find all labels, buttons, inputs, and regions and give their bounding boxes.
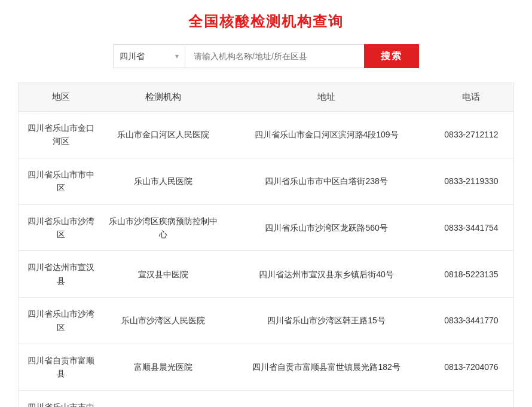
cell-phone: 0833-2422904 (429, 390, 514, 407)
table-row: 四川省自贡市富顺县富顺县晨光医院四川省自贡市富顺县富世镇晨光路182号0813-… (19, 344, 514, 390)
table-row: 四川省乐山市沙湾区乐山市沙湾区疾病预防控制中心四川省乐山市沙湾区龙跃路560号0… (19, 204, 514, 251)
table-row: 四川省乐山市市中区乐山市市中区妇幼保健院四川省乐山市市中区凤凰路中段270号08… (19, 390, 514, 407)
cell-institution: 乐山市金口河区人民医院 (103, 112, 224, 158)
province-select-wrapper: 四川省 北京市 上海市 广东省 浙江省 ▾ (113, 44, 185, 68)
cell-address: 四川省自贡市富顺县富世镇晨光路182号 (224, 344, 429, 390)
cell-phone: 0813-7204076 (429, 344, 514, 390)
col-header-phone: 电话 (429, 83, 514, 112)
cell-institution: 宣汉县中医院 (103, 251, 224, 298)
province-select[interactable]: 四川省 北京市 上海市 广东省 浙江省 (120, 51, 167, 61)
cell-institution: 乐山市人民医院 (103, 158, 224, 204)
cell-region: 四川省乐山市市中区 (19, 390, 103, 407)
cell-region: 四川省自贡市富顺县 (19, 344, 103, 390)
cell-address: 四川省乐山市沙湾区韩王路15号 (224, 298, 429, 344)
col-header-institution: 检测机构 (103, 83, 224, 112)
cell-region: 四川省乐山市金口河区 (19, 112, 103, 158)
cell-region: 四川省乐山市沙湾区 (19, 204, 103, 251)
page-title: 全国核酸检测机构查询 (18, 12, 514, 31)
search-button[interactable]: 搜索 (364, 44, 419, 68)
cell-region: 四川省达州市宣汉县 (19, 251, 103, 298)
cell-institution: 乐山市市中区妇幼保健院 (103, 390, 224, 407)
search-input[interactable] (185, 44, 364, 68)
col-header-region: 地区 (19, 83, 103, 112)
table-row: 四川省乐山市金口河区乐山市金口河区人民医院四川省乐山市金口河区滨河路4段109号… (19, 112, 514, 158)
cell-address: 四川省乐山市金口河区滨河路4段109号 (224, 112, 429, 158)
cell-address: 四川省乐山市市中区白塔街238号 (224, 158, 429, 204)
cell-phone: 0833-2119330 (429, 158, 514, 204)
cell-institution: 富顺县晨光医院 (103, 344, 224, 390)
chevron-down-icon: ▾ (175, 52, 179, 60)
cell-phone: 0833-2712112 (429, 112, 514, 158)
table-row: 四川省乐山市沙湾区乐山市沙湾区人民医院四川省乐山市沙湾区韩王路15号0833-3… (19, 298, 514, 344)
cell-institution: 乐山市沙湾区人民医院 (103, 298, 224, 344)
col-header-address: 地址 (224, 83, 429, 112)
cell-phone: 0833-3441770 (429, 298, 514, 344)
cell-region: 四川省乐山市市中区 (19, 158, 103, 204)
data-table: 地区 检测机构 地址 电话 四川省乐山市金口河区乐山市金口河区人民医院四川省乐山… (18, 82, 514, 407)
search-bar: 四川省 北京市 上海市 广东省 浙江省 ▾ 搜索 (18, 44, 514, 68)
cell-phone: 0818-5223135 (429, 251, 514, 298)
cell-institution: 乐山市沙湾区疾病预防控制中心 (103, 204, 224, 251)
cell-region: 四川省乐山市沙湾区 (19, 298, 103, 344)
cell-phone: 0833-3441754 (429, 204, 514, 251)
table-header-row: 地区 检测机构 地址 电话 (19, 83, 514, 112)
cell-address: 四川省乐山市沙湾区龙跃路560号 (224, 204, 429, 251)
cell-address: 四川省乐山市市中区凤凰路中段270号 (224, 390, 429, 407)
table-row: 四川省达州市宣汉县宣汉县中医院四川省达州市宣汉县东乡镇后街40号0818-522… (19, 251, 514, 298)
table-row: 四川省乐山市市中区乐山市人民医院四川省乐山市市中区白塔街238号0833-211… (19, 158, 514, 204)
cell-address: 四川省达州市宣汉县东乡镇后街40号 (224, 251, 429, 298)
page-container: 全国核酸检测机构查询 四川省 北京市 上海市 广东省 浙江省 ▾ 搜索 地区 检… (0, 0, 532, 407)
